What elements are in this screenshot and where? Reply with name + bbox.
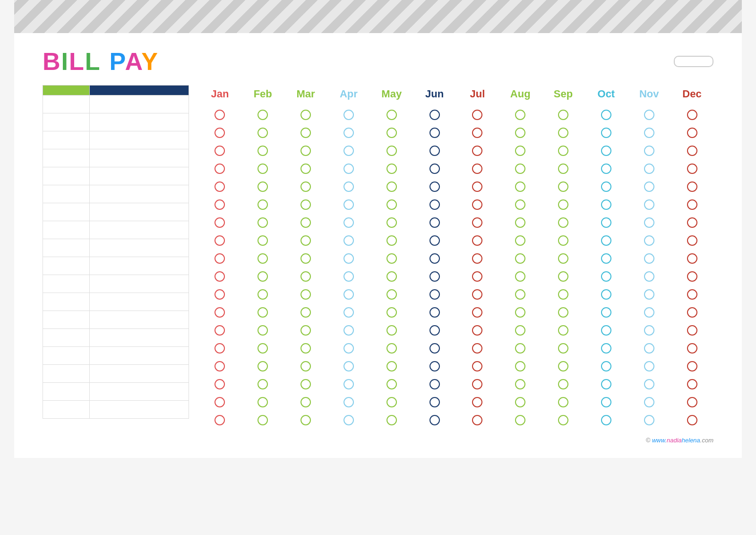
checkbox-circle[interactable] xyxy=(344,325,354,336)
checkbox-circle[interactable] xyxy=(344,379,354,389)
checkbox-circle[interactable] xyxy=(301,361,311,371)
bill-expense-cell[interactable] xyxy=(90,347,189,365)
checkbox-circle[interactable] xyxy=(687,289,697,300)
checkbox-circle[interactable] xyxy=(515,397,525,407)
checkbox-circle[interactable] xyxy=(387,289,397,300)
due-date-cell[interactable] xyxy=(43,131,90,149)
checkbox-circle[interactable] xyxy=(430,181,440,192)
checkbox-circle[interactable] xyxy=(515,110,525,120)
checkbox-circle[interactable] xyxy=(258,325,268,336)
checkbox-circle[interactable] xyxy=(558,217,568,228)
checkbox-circle[interactable] xyxy=(301,110,311,120)
checkbox-circle[interactable] xyxy=(344,343,354,354)
checkbox-circle[interactable] xyxy=(387,361,397,371)
checkbox-circle[interactable] xyxy=(515,199,525,210)
checkbox-circle[interactable] xyxy=(430,415,440,425)
checkbox-circle[interactable] xyxy=(215,361,225,371)
checkbox-circle[interactable] xyxy=(301,164,311,174)
checkbox-circle[interactable] xyxy=(644,325,654,336)
checkbox-circle[interactable] xyxy=(558,253,568,264)
checkbox-circle[interactable] xyxy=(558,110,568,120)
checkbox-circle[interactable] xyxy=(687,325,697,336)
checkbox-circle[interactable] xyxy=(387,397,397,407)
bill-expense-cell[interactable] xyxy=(90,383,189,401)
checkbox-circle[interactable] xyxy=(515,181,525,192)
checkbox-circle[interactable] xyxy=(344,271,354,282)
checkbox-circle[interactable] xyxy=(601,235,611,246)
checkbox-circle[interactable] xyxy=(301,379,311,389)
bill-expense-cell[interactable] xyxy=(90,329,189,347)
checkbox-circle[interactable] xyxy=(558,164,568,174)
due-date-cell[interactable] xyxy=(43,203,90,221)
checkbox-circle[interactable] xyxy=(215,343,225,354)
checkbox-circle[interactable] xyxy=(430,361,440,371)
checkbox-circle[interactable] xyxy=(601,217,611,228)
due-date-cell[interactable] xyxy=(43,365,90,383)
checkbox-circle[interactable] xyxy=(601,307,611,318)
checkbox-circle[interactable] xyxy=(387,379,397,389)
due-date-cell[interactable] xyxy=(43,275,90,293)
due-date-cell[interactable] xyxy=(43,347,90,365)
bill-expense-cell[interactable] xyxy=(90,203,189,221)
checkbox-circle[interactable] xyxy=(687,146,697,156)
checkbox-circle[interactable] xyxy=(344,307,354,318)
checkbox-circle[interactable] xyxy=(344,253,354,264)
checkbox-circle[interactable] xyxy=(601,253,611,264)
checkbox-circle[interactable] xyxy=(301,253,311,264)
checkbox-circle[interactable] xyxy=(215,307,225,318)
checkbox-circle[interactable] xyxy=(344,128,354,138)
checkbox-circle[interactable] xyxy=(472,271,482,282)
checkbox-circle[interactable] xyxy=(430,271,440,282)
checkbox-circle[interactable] xyxy=(215,217,225,228)
checkbox-circle[interactable] xyxy=(558,343,568,354)
checkbox-circle[interactable] xyxy=(387,199,397,210)
checkbox-circle[interactable] xyxy=(558,181,568,192)
checkbox-circle[interactable] xyxy=(644,253,654,264)
checkbox-circle[interactable] xyxy=(387,235,397,246)
checkbox-circle[interactable] xyxy=(644,146,654,156)
checkbox-circle[interactable] xyxy=(644,361,654,371)
checkbox-circle[interactable] xyxy=(558,415,568,425)
checkbox-circle[interactable] xyxy=(515,415,525,425)
checkbox-circle[interactable] xyxy=(515,289,525,300)
checkbox-circle[interactable] xyxy=(558,146,568,156)
bill-expense-cell[interactable] xyxy=(90,239,189,257)
checkbox-circle[interactable] xyxy=(644,397,654,407)
checkbox-circle[interactable] xyxy=(601,110,611,120)
checkbox-circle[interactable] xyxy=(558,235,568,246)
checkbox-circle[interactable] xyxy=(344,110,354,120)
checkbox-circle[interactable] xyxy=(472,397,482,407)
bill-expense-cell[interactable] xyxy=(90,131,189,149)
checkbox-circle[interactable] xyxy=(472,128,482,138)
checkbox-circle[interactable] xyxy=(258,164,268,174)
checkbox-circle[interactable] xyxy=(687,343,697,354)
checkbox-circle[interactable] xyxy=(687,164,697,174)
checkbox-circle[interactable] xyxy=(472,415,482,425)
checkbox-circle[interactable] xyxy=(515,325,525,336)
checkbox-circle[interactable] xyxy=(387,110,397,120)
checkbox-circle[interactable] xyxy=(344,235,354,246)
checkbox-circle[interactable] xyxy=(258,110,268,120)
checkbox-circle[interactable] xyxy=(472,361,482,371)
checkbox-circle[interactable] xyxy=(601,181,611,192)
checkbox-circle[interactable] xyxy=(601,271,611,282)
checkbox-circle[interactable] xyxy=(558,271,568,282)
checkbox-circle[interactable] xyxy=(344,289,354,300)
checkbox-circle[interactable] xyxy=(687,379,697,389)
checkbox-circle[interactable] xyxy=(430,343,440,354)
checkbox-circle[interactable] xyxy=(258,289,268,300)
due-date-cell[interactable] xyxy=(43,401,90,419)
checkbox-circle[interactable] xyxy=(387,217,397,228)
checkbox-circle[interactable] xyxy=(215,253,225,264)
checkbox-circle[interactable] xyxy=(215,128,225,138)
checkbox-circle[interactable] xyxy=(258,235,268,246)
checkbox-circle[interactable] xyxy=(215,199,225,210)
checkbox-circle[interactable] xyxy=(301,146,311,156)
checkbox-circle[interactable] xyxy=(301,343,311,354)
checkbox-circle[interactable] xyxy=(344,397,354,407)
checkbox-circle[interactable] xyxy=(258,361,268,371)
checkbox-circle[interactable] xyxy=(387,146,397,156)
checkbox-circle[interactable] xyxy=(515,217,525,228)
bill-expense-cell[interactable] xyxy=(90,401,189,419)
checkbox-circle[interactable] xyxy=(644,181,654,192)
